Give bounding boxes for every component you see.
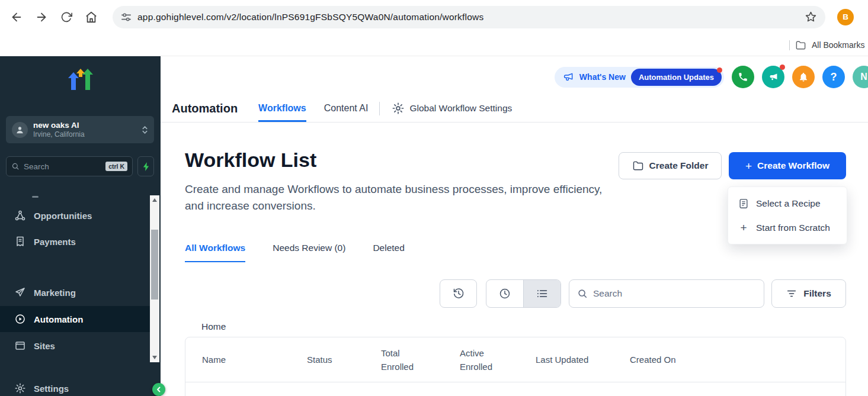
- notification-dot: [717, 67, 722, 73]
- gear-icon: [392, 102, 404, 114]
- screen: app.gohighlevel.com/v2/location/lnPS691g…: [0, 0, 868, 396]
- scroll-down-arrow[interactable]: [152, 356, 157, 359]
- create-folder-button[interactable]: Create Folder: [619, 152, 722, 179]
- sidebar-item-label: Automation: [34, 314, 83, 324]
- url-text: app.gohighlevel.com/v2/location/lnPS691g…: [137, 12, 483, 22]
- announcements-button[interactable]: [762, 66, 784, 88]
- list-view-button[interactable]: [523, 280, 560, 307]
- bookmarks-divider: [789, 40, 790, 50]
- sidebar-collapse-button[interactable]: [152, 383, 165, 396]
- main-content: What's New Automation Updates ? N Automa…: [161, 56, 868, 396]
- help-button[interactable]: ?: [822, 66, 845, 88]
- workflow-search: [569, 279, 764, 308]
- clock-icon: [499, 288, 511, 300]
- bookmarks-bar: All Bookmarks: [0, 34, 868, 56]
- tab-needs-review[interactable]: Needs Review (0): [273, 243, 345, 262]
- tab-workflows[interactable]: Workflows: [258, 95, 306, 122]
- url-bar[interactable]: app.gohighlevel.com/v2/location/lnPS691g…: [113, 6, 825, 28]
- sidebar-item-marketing[interactable]: Marketing: [0, 279, 150, 305]
- home-button[interactable]: [81, 7, 102, 28]
- settings-icon: [15, 383, 25, 394]
- sidebar-item-label: Sites: [34, 341, 55, 351]
- table-header-divider: [185, 382, 845, 382]
- sidebar-scrollbar[interactable]: [150, 195, 159, 362]
- filters-button[interactable]: Filters: [771, 279, 846, 308]
- column-header-created-on: Created On: [630, 337, 676, 382]
- home-icon: [85, 11, 98, 24]
- breadcrumb-home[interactable]: Home: [201, 321, 226, 332]
- create-workflow-button[interactable]: + Create Workflow: [729, 152, 846, 179]
- user-avatar[interactable]: N: [853, 66, 868, 88]
- sidebar-item-label: Payments: [34, 237, 76, 247]
- enrollment-history-button[interactable]: [440, 279, 477, 308]
- chevron-left-icon: [156, 387, 162, 392]
- automation-updates-badge[interactable]: Automation Updates: [631, 69, 722, 86]
- user-icon: [15, 125, 24, 134]
- automation-icon: [15, 314, 25, 324]
- folder-icon: [632, 160, 644, 172]
- browser-profile-avatar[interactable]: B: [837, 9, 854, 25]
- all-bookmarks-button[interactable]: All Bookmarks: [789, 34, 864, 56]
- list-icon: [536, 288, 548, 300]
- back-icon: [10, 11, 23, 24]
- clock-view-button[interactable]: [486, 280, 523, 307]
- sidebar-item-automation[interactable]: Automation: [0, 306, 150, 332]
- column-header-last-updated: Last Updated: [536, 337, 588, 382]
- bookmark-star-icon[interactable]: [805, 11, 817, 23]
- column-header-name: Name: [202, 337, 226, 382]
- tab-content-ai[interactable]: Content AI: [324, 95, 369, 122]
- megaphone-outline-icon: [563, 72, 574, 83]
- view-toggle-group: [486, 279, 561, 308]
- bell-icon: [798, 72, 809, 82]
- dropdown-item-select-recipe[interactable]: Select a Recipe: [728, 191, 847, 215]
- sidebar: new oaks AI Irvine, California Search ct…: [0, 56, 161, 396]
- marketing-icon: [15, 287, 25, 298]
- phone-icon: [738, 72, 748, 82]
- lightning-icon: [142, 162, 150, 172]
- sidebar-item-settings[interactable]: Settings: [0, 375, 150, 396]
- search-input[interactable]: [593, 288, 756, 299]
- refresh-button[interactable]: [56, 7, 77, 28]
- sidebar-search-placeholder: Search: [24, 162, 49, 171]
- sites-icon: [15, 340, 25, 351]
- all-bookmarks-label: All Bookmarks: [812, 40, 864, 50]
- location-avatar: [12, 122, 28, 138]
- phone-button[interactable]: [732, 66, 754, 88]
- dropdown-item-start-scratch[interactable]: + Start from Scratch: [728, 215, 847, 240]
- global-workflow-settings-link[interactable]: Global Workflow Settings: [392, 102, 512, 114]
- workflow-tabs: All Workflows Needs Review (0) Deleted: [185, 243, 405, 262]
- whats-new-button[interactable]: What's New Automation Updates: [555, 67, 724, 88]
- workflow-table: Name Status Total Enrolled Active Enroll…: [185, 337, 846, 396]
- forward-button[interactable]: [31, 7, 52, 28]
- sidebar-item-payments[interactable]: Payments: [0, 228, 150, 255]
- site-info-icon[interactable]: [121, 12, 132, 22]
- location-city: Irvine, California: [33, 130, 85, 139]
- automation-nav: Automation Workflows Content AI Global W…: [161, 95, 868, 123]
- notifications-button[interactable]: [792, 66, 815, 88]
- forward-icon: [35, 11, 48, 24]
- workflow-page: Workflow List Create and manage Workflow…: [161, 123, 868, 396]
- opportunities-icon: [15, 210, 25, 221]
- sidebar-item-sites[interactable]: Sites: [0, 333, 150, 359]
- quick-actions-button[interactable]: [137, 156, 154, 176]
- location-name: new oaks AI: [33, 120, 85, 130]
- megaphone-icon: [768, 72, 779, 82]
- back-button[interactable]: [6, 7, 27, 28]
- plus-icon: +: [745, 160, 752, 172]
- sidebar-item-opportunities[interactable]: Opportunities: [0, 202, 150, 228]
- filter-icon: [786, 288, 797, 299]
- tab-all-workflows[interactable]: All Workflows: [185, 243, 245, 262]
- scroll-thumb[interactable]: [151, 230, 158, 300]
- location-switcher[interactable]: new oaks AI Irvine, California: [6, 116, 154, 143]
- plus-icon: +: [738, 221, 749, 234]
- gohighlevel-logo: [66, 64, 95, 92]
- sidebar-search[interactable]: Search ctrl K: [6, 156, 133, 176]
- column-header-status: Status: [307, 337, 332, 382]
- scroll-up-arrow[interactable]: [152, 198, 157, 202]
- global-workflow-settings-label: Global Workflow Settings: [409, 103, 512, 114]
- tab-deleted[interactable]: Deleted: [373, 243, 404, 262]
- help-icon: ?: [831, 71, 837, 83]
- recipe-icon: [738, 198, 749, 209]
- search-icon: [577, 288, 588, 299]
- column-header-total-enrolled: Total Enrolled: [381, 337, 424, 382]
